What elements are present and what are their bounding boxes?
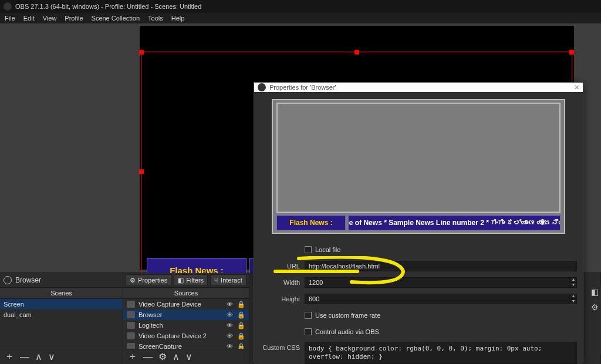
resize-handle-icon[interactable] — [139, 169, 144, 174]
menu-help[interactable]: Help — [171, 15, 185, 22]
lock-icon[interactable]: 🔒 — [237, 343, 245, 349]
source-item-label: Browser — [139, 311, 162, 318]
eye-icon[interactable]: 👁 — [225, 311, 234, 318]
source-down-icon[interactable]: ∨ — [185, 351, 193, 362]
obs-logo-icon — [258, 83, 266, 91]
close-icon[interactable]: × — [575, 83, 579, 92]
custom-fps-label: Use custom frame rate — [315, 312, 380, 319]
source-breadcrumb: Browser — [0, 273, 123, 287]
filters-icon: ◧ — [178, 277, 184, 284]
properties-button[interactable]: ⚙Properties — [126, 274, 171, 286]
btn-label: Interact — [221, 277, 242, 284]
resize-handle-icon[interactable] — [139, 50, 144, 55]
menu-edit[interactable]: Edit — [23, 15, 35, 22]
dock-toggle-icon[interactable]: ◧ — [591, 287, 599, 297]
height-spinner[interactable]: ▲▼ — [570, 294, 577, 304]
spin-up-icon[interactable]: ▲ — [570, 294, 577, 299]
obs-logo-icon — [4, 2, 12, 11]
resize-handle-icon[interactable] — [569, 50, 574, 55]
scene-item[interactable]: dual_cam — [0, 309, 123, 320]
eye-icon[interactable]: 👁 — [225, 322, 234, 329]
menu-profile[interactable]: Profile — [65, 15, 83, 22]
menu-file[interactable]: File — [5, 15, 15, 22]
scene-item[interactable]: Screen — [0, 299, 123, 309]
selected-source-name: Browser — [15, 276, 41, 284]
scenes-list[interactable]: Screen dual_cam — [0, 299, 123, 349]
lock-icon[interactable]: 🔒 — [237, 311, 245, 319]
globe-icon — [127, 311, 135, 318]
url-input[interactable] — [305, 261, 577, 271]
custom-css-input[interactable]: body { background-color: rgba(0, 0, 0, 0… — [305, 342, 577, 364]
pointer-icon: ☟ — [214, 277, 218, 284]
add-source-icon[interactable]: ＋ — [128, 351, 137, 363]
source-item[interactable]: Video Capture Device 2👁🔒 — [123, 331, 249, 341]
filters-button[interactable]: ◧Filters — [174, 274, 208, 286]
preview-bounds — [276, 103, 561, 213]
lock-icon[interactable]: 🔒 — [237, 301, 245, 308]
spin-down-icon[interactable]: ▼ — [570, 283, 577, 288]
url-label: URL — [260, 263, 305, 270]
window-titlebar: OBS 27.1.3 (64-bit, windows) - Profile: … — [0, 0, 601, 13]
resize-handle-icon[interactable] — [354, 50, 359, 55]
menu-view[interactable]: View — [43, 15, 57, 22]
height-input[interactable] — [305, 294, 570, 304]
menu-scene-collection[interactable]: Scene Collection — [92, 15, 140, 22]
add-scene-icon[interactable]: ＋ — [5, 351, 14, 363]
sources-panel: ⚙Properties ◧Filters ☟Interact ⟳Refresh … — [123, 273, 249, 364]
preview-flash-label: Flash News : — [276, 215, 346, 230]
dialog-titlebar[interactable]: Properties for 'Browser' × — [254, 83, 583, 92]
remove-source-icon[interactable]: — — [143, 352, 153, 362]
control-audio-checkbox[interactable] — [305, 328, 312, 335]
scenes-header: Scenes — [0, 287, 123, 299]
source-item[interactable]: ScreenCapture👁🔒 — [123, 341, 249, 349]
menu-bar: File Edit View Profile Scene Collection … — [0, 13, 601, 23]
preview-flash-ticker: ine of News * Sample News Line number 2 … — [348, 215, 561, 230]
lock-icon[interactable]: 🔒 — [237, 322, 245, 329]
scene-item-label: Screen — [4, 301, 24, 308]
spin-down-icon[interactable]: ▼ — [570, 299, 577, 304]
control-audio-label: Control audio via OBS — [315, 328, 379, 335]
source-item[interactable]: Video Capture Device👁🔒 — [123, 299, 249, 309]
dialog-title: Properties for 'Browser' — [269, 84, 336, 91]
width-input[interactable] — [305, 277, 570, 288]
dialog-form: Local file URL Width ▲▼ Height ▲▼ Use cu… — [260, 243, 577, 364]
settings-icon[interactable]: ⚙ — [591, 302, 599, 312]
display-icon — [127, 343, 135, 349]
properties-dialog[interactable]: Properties for 'Browser' × Flash News : … — [254, 82, 583, 362]
custom-css-label: Custom CSS — [260, 342, 305, 351]
spin-up-icon[interactable]: ▲ — [570, 277, 577, 283]
menu-tools[interactable]: Tools — [148, 15, 163, 22]
custom-fps-checkbox[interactable] — [305, 312, 312, 319]
scene-up-icon[interactable]: ∧ — [35, 351, 42, 362]
camera-icon — [127, 301, 135, 308]
eye-icon[interactable]: 👁 — [225, 343, 234, 349]
scenes-footer: ＋ — ∧ ∨ — [0, 349, 123, 364]
window-title: OBS 27.1.3 (64-bit, windows) - Profile: … — [15, 3, 201, 10]
height-label: Height — [260, 295, 305, 302]
remove-scene-icon[interactable]: — — [20, 352, 29, 362]
local-file-label: Local file — [315, 246, 340, 253]
eye-icon[interactable]: 👁 — [225, 332, 234, 339]
gear-icon: ⚙ — [130, 277, 136, 284]
local-file-checkbox[interactable] — [305, 246, 312, 253]
source-up-icon[interactable]: ∧ — [173, 351, 180, 362]
source-item[interactable]: Browser👁🔒 — [123, 309, 249, 320]
sources-footer: ＋ — ⚙ ∧ ∨ — [123, 349, 249, 364]
eye-icon[interactable]: 👁 — [225, 301, 234, 308]
source-item-label: ScreenCapture — [139, 343, 182, 349]
interact-button[interactable]: ☟Interact — [210, 274, 247, 286]
source-settings-icon[interactable]: ⚙ — [158, 351, 167, 362]
camera-icon — [127, 332, 135, 339]
btn-label: Filters — [186, 277, 204, 284]
scene-item-label: dual_cam — [4, 311, 32, 318]
scene-down-icon[interactable]: ∨ — [48, 351, 55, 362]
source-item[interactable]: Logitech👁🔒 — [123, 320, 249, 331]
btn-label: Properties — [138, 277, 167, 284]
scenes-panel: Browser Scenes Screen dual_cam ＋ — ∧ ∨ — [0, 273, 123, 364]
source-item-label: Logitech — [139, 322, 163, 329]
source-item-label: Video Capture Device — [139, 301, 201, 308]
preview-flash-row: Flash News : ine of News * Sample News L… — [276, 215, 561, 230]
sources-list[interactable]: Video Capture Device👁🔒 Browser👁🔒 Logitec… — [123, 299, 249, 349]
lock-icon[interactable]: 🔒 — [237, 332, 245, 340]
width-spinner[interactable]: ▲▼ — [570, 277, 577, 288]
